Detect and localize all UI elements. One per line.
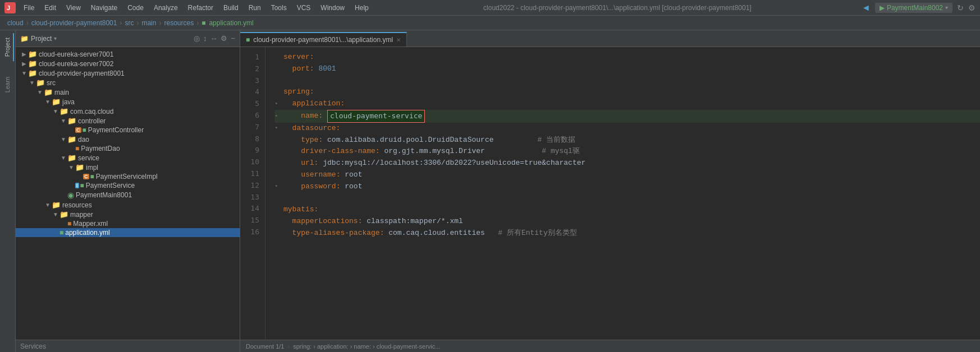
menu-item-build[interactable]: Build <box>219 3 243 13</box>
yaml-key: mapperLocations: <box>292 216 367 228</box>
expand-arrow <box>67 146 75 152</box>
code-text <box>283 169 301 181</box>
menu-item-refactor[interactable]: Refactor <box>184 3 218 13</box>
code-text <box>283 63 292 75</box>
mapper-icon: ■ <box>75 145 79 152</box>
tree-item-controller[interactable]: ▼ 📁 controller <box>16 116 240 126</box>
tab-close-button[interactable]: ✕ <box>396 37 401 43</box>
collapse-icon[interactable]: ↔ <box>210 34 217 43</box>
menu-item-file[interactable]: File <box>19 3 39 13</box>
folder-icon: 📁 <box>44 88 53 96</box>
breadcrumb-src[interactable]: src <box>125 19 134 27</box>
tree-item-package[interactable]: ▼ 📁 com.caq.cloud <box>16 106 240 116</box>
expand-arrow: ▼ <box>44 99 52 105</box>
tree-item-applicationyml[interactable]: ■ application.yml <box>16 228 240 237</box>
status-breadcrumb: spring: › application: › name: › cloud-p… <box>293 343 440 350</box>
back-icon[interactable]: ◄ <box>862 3 871 13</box>
yaml-key: driver-class-name: <box>301 146 384 158</box>
yaml-key: datasource: <box>292 123 341 135</box>
line-numbers: 1 2 3 4 5 6 7 8 9 10 11 12 13 14 15 16 <box>240 47 265 340</box>
sidebar-tab-learn[interactable]: Learn <box>2 72 14 97</box>
tree-item-paymentmain[interactable]: ◉ PaymentMain8001 <box>16 190 240 200</box>
chevron-down-icon: ▾ <box>54 35 57 41</box>
breadcrumb-filename[interactable]: application.yml <box>209 19 253 27</box>
menu-item-view[interactable]: View <box>62 3 85 13</box>
tree-label: com.caq.cloud <box>70 108 113 115</box>
code-line-14: mybatis: <box>274 204 980 216</box>
tree-item-resources[interactable]: ▼ 📁 resources <box>16 200 240 210</box>
breadcrumb-resources[interactable]: resources <box>164 19 194 27</box>
expand-arrow: ▼ <box>67 164 75 170</box>
code-text <box>283 158 301 169</box>
tree-item-mapperxml[interactable]: ■ Mapper.xml <box>16 219 240 228</box>
tree-item-paymentserviceimpl[interactable]: C ■ PaymentServiceImpl <box>16 172 240 181</box>
toolbar-right: ◄ ▶ PaymentMain8002 ▾ ↻ ⚙ <box>862 3 976 13</box>
yaml-comment: # 所有Entity别名类型 <box>485 228 577 239</box>
code-line-6: • name: cloud-payment-service <box>274 110 980 123</box>
menu-item-edit[interactable]: Edit <box>40 3 61 13</box>
tree-item-main[interactable]: ▼ 📁 main <box>16 87 240 97</box>
tree-item-eureka7002[interactable]: ▶ 📁 cloud-eureka-server7002 <box>16 59 240 68</box>
menu-item-window[interactable]: Window <box>316 3 349 13</box>
menu-item-navigate[interactable]: Navigate <box>86 3 122 13</box>
sidebar-tab-project[interactable]: Project <box>2 33 14 61</box>
expand-icon[interactable]: ↕ <box>203 34 207 43</box>
tree-item-dao[interactable]: ▼ 📁 dao <box>16 135 240 144</box>
locate-icon[interactable]: ◎ <box>194 34 200 43</box>
code-line-2: port: 8001 <box>274 63 980 75</box>
tree-item-impl[interactable]: ▼ 📁 impl <box>16 163 240 172</box>
yaml-key: type: <box>301 135 327 146</box>
code-line-12: • password: root <box>274 181 980 193</box>
code-editor[interactable]: server: port: 8001 spring: • a <box>265 47 980 340</box>
tree-item-service[interactable]: ▼ 📁 service <box>16 153 240 163</box>
run-config-selector[interactable]: ▶ PaymentMain8002 ▾ <box>875 3 952 13</box>
folder-icon: 📁 <box>28 59 37 68</box>
editor-area: ■ cloud-provider-payment8001\...\applica… <box>240 30 980 352</box>
close-icon[interactable]: − <box>231 34 235 43</box>
editor-tab-applicationyml[interactable]: ■ cloud-provider-payment8001\...\applica… <box>240 32 407 47</box>
yaml-comment: # 当前数据 <box>493 135 575 146</box>
tree-item-java[interactable]: ▼ 📁 java <box>16 97 240 106</box>
expand-arrow: ▼ <box>28 80 36 86</box>
window-title: cloud2022 - cloud-provider-payment8001\.… <box>373 4 862 12</box>
tree-label: PaymentController <box>88 126 144 134</box>
tree-label: src <box>47 79 56 87</box>
menu-item-analyze[interactable]: Analyze <box>149 3 182 13</box>
tree-label: impl <box>86 164 98 172</box>
tree-item-src[interactable]: ▼ 📁 src <box>16 78 240 87</box>
tree-item-mapper-folder[interactable]: ▼ 📁 mapper <box>16 210 240 219</box>
settings-icon[interactable]: ⚙ <box>221 34 227 43</box>
folder-icon: 📁 <box>59 210 68 219</box>
code-line-16: type-aliases-package: com.caq.cloud.enti… <box>274 228 980 239</box>
tree-label: Mapper.xml <box>73 220 108 228</box>
breadcrumb-cloud[interactable]: cloud <box>7 19 24 27</box>
tree-item-payment8001[interactable]: ▼ 📁 cloud-provider-payment8001 <box>16 68 240 78</box>
run-config-label: PaymentMain8002 <box>887 4 943 12</box>
doc-position: Document 1/1 <box>246 343 284 350</box>
menu-item-run[interactable]: Run <box>244 3 265 13</box>
expand-arrow: ▶ <box>20 51 28 57</box>
tree-item-paymentservice[interactable]: I ■ PaymentService <box>16 181 240 190</box>
tree-label: application.yml <box>65 229 109 237</box>
project-panel: 📁 Project ▾ ◎ ↕ ↔ ⚙ − ▶ 📁 cloud-eureka-s… <box>16 30 240 352</box>
yaml-username-value: root <box>345 169 362 181</box>
tree-label: resources <box>62 201 92 209</box>
menu-item-help[interactable]: Help <box>350 3 373 13</box>
refresh-icon[interactable]: ↻ <box>957 3 964 12</box>
code-line-13 <box>274 193 980 205</box>
tree-item-paymentcontroller[interactable]: C ■ PaymentController <box>16 126 240 135</box>
breadcrumb-main[interactable]: main <box>141 19 156 27</box>
breadcrumb-project[interactable]: cloud-provider-payment8001 <box>31 19 117 27</box>
menu-item-tools[interactable]: Tools <box>267 3 291 13</box>
tree-item-eureka7001[interactable]: ▶ 📁 cloud-eureka-server7001 <box>16 49 240 59</box>
expand-arrow: ▼ <box>59 118 67 124</box>
folder-icon: 📁 <box>28 50 37 58</box>
menu-item-vcs[interactable]: VCS <box>292 3 315 13</box>
code-line-9: driver-class-name: org.gjt.mm.mysql.Driv… <box>274 146 980 158</box>
settings-icon[interactable]: ⚙ <box>968 3 976 12</box>
tab-label: cloud-provider-payment8001\...\applicati… <box>253 36 393 44</box>
code-line-8: type: com.alibaba.druid.pool.DruidDataSo… <box>274 135 980 146</box>
tree-item-paymentdao[interactable]: ■ PaymentDao <box>16 144 240 153</box>
menu-item-code[interactable]: Code <box>123 3 148 13</box>
titlebar: J FileEditViewNavigateCodeAnalyzeRefacto… <box>0 0 980 16</box>
